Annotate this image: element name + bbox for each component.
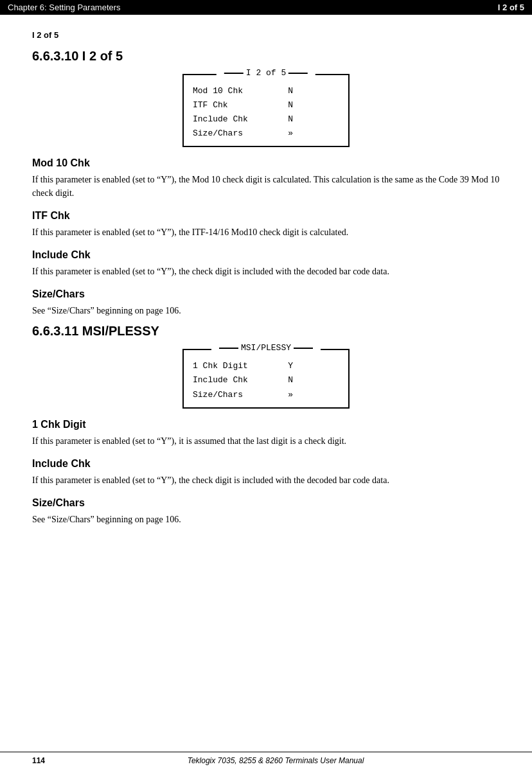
mod10-body: If this parameter is enabled (set to “Y”… — [32, 173, 500, 200]
i2of5-includechk-body: If this parameter is enabled (set to “Y”… — [32, 265, 500, 278]
msiplessy-includechk-body: If this parameter is enabled (set to “Y”… — [32, 473, 500, 487]
section-663-11: 6.6.3.11 MSI/PLESSY MSI/PLESSY 1 Chk Dig… — [32, 324, 500, 526]
i2of5-line-3: Include Chk N — [193, 112, 339, 127]
header-bar: Chapter 6: Setting Parameters I 2 of 5 — [0, 0, 532, 15]
1chkdigit-body: If this parameter is enabled (set to “Y”… — [32, 434, 500, 448]
i2of5-box: I 2 of 5 Mod 10 Chk N ITF Chk N Include … — [182, 74, 350, 147]
i2of5-includechk-heading: Include Chk — [32, 249, 500, 261]
msiplessy-line-1: 1 Chk Digit Y — [193, 359, 339, 373]
msiplessy-box-title: MSI/PLESSY — [211, 343, 321, 353]
msiplessy-line-3: Size/Chars » — [193, 388, 339, 402]
i2of5-box-title: I 2 of 5 — [217, 68, 315, 78]
i2of5-box-inner: Mod 10 Chk N ITF Chk N Include Chk N Siz… — [184, 79, 348, 146]
page-section-title: I 2 of 5 — [32, 30, 500, 40]
i2of5-sizechars-heading: Size/Chars — [32, 288, 500, 300]
msiplessy-includechk-heading: Include Chk — [32, 458, 500, 470]
i2of5-subsection-itfchk: ITF Chk If this parameter is enabled (se… — [32, 210, 500, 239]
msiplessy-box: MSI/PLESSY 1 Chk Digit Y Include Chk N S… — [182, 349, 350, 408]
i2of5-subsection-includechk: Include Chk If this parameter is enabled… — [32, 249, 500, 278]
msiplessy-title-text: MSI/PLESSY — [241, 343, 291, 353]
footer-bar: 114 Teklogix 7035, 8255 & 8260 Terminals… — [0, 752, 532, 769]
itfchk-heading: ITF Chk — [32, 210, 500, 222]
header-chapter: Chapter 6: Setting Parameters — [8, 3, 498, 12]
msiplessy-sizechars-heading: Size/Chars — [32, 497, 500, 509]
msiplessy-subsection-includechk: Include Chk If this parameter is enabled… — [32, 458, 500, 487]
section-663-10: 6.6.3.10 I 2 of 5 I 2 of 5 Mod 10 Chk N … — [32, 49, 500, 317]
i2of5-title-text: I 2 of 5 — [246, 68, 286, 78]
msiplessy-subsection-sizechars: Size/Chars See “Size/Chars” beginning on… — [32, 497, 500, 526]
i2of5-line-1: Mod 10 Chk N — [193, 84, 339, 98]
footer-page-number: 114 — [32, 756, 45, 765]
msiplessy-subsection-1chkdigit: 1 Chk Digit If this parameter is enabled… — [32, 419, 500, 448]
i2of5-subsection-mod10: Mod 10 Chk If this parameter is enabled … — [32, 157, 500, 200]
i2of5-sizechars-body: See “Size/Chars” beginning on page 106. — [32, 304, 500, 317]
msiplessy-line-2: Include Chk N — [193, 373, 339, 387]
page-container: Chapter 6: Setting Parameters I 2 of 5 I… — [0, 0, 532, 769]
header-page: I 2 of 5 — [498, 3, 524, 12]
i2of5-line-4: Size/Chars » — [193, 127, 339, 141]
msiplessy-box-inner: 1 Chk Digit Y Include Chk N Size/Chars » — [184, 354, 348, 407]
mod10-heading: Mod 10 Chk — [32, 157, 500, 169]
main-content: I 2 of 5 6.6.3.10 I 2 of 5 I 2 of 5 Mod … — [0, 15, 532, 545]
section-663-11-heading: 6.6.3.11 MSI/PLESSY — [32, 324, 500, 339]
msiplessy-box-wrapper: MSI/PLESSY 1 Chk Digit Y Include Chk N S… — [32, 349, 500, 408]
i2of5-box-wrapper: I 2 of 5 Mod 10 Chk N ITF Chk N Include … — [32, 74, 500, 147]
i2of5-line-2: ITF Chk N — [193, 98, 339, 112]
section-663-10-heading: 6.6.3.10 I 2 of 5 — [32, 49, 500, 64]
i2of5-subsection-sizechars: Size/Chars See “Size/Chars” beginning on… — [32, 288, 500, 317]
1chkdigit-heading: 1 Chk Digit — [32, 419, 500, 430]
msiplessy-sizechars-body: See “Size/Chars” beginning on page 106. — [32, 513, 500, 526]
itfchk-body: If this parameter is enabled (set to “Y”… — [32, 225, 500, 239]
footer-title: Teklogix 7035, 8255 & 8260 Terminals Use… — [51, 756, 500, 765]
